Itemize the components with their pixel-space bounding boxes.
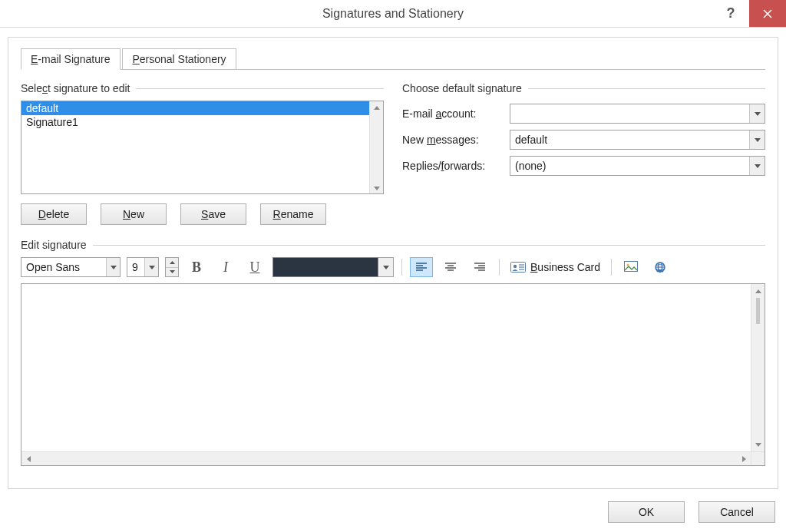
new-messages-label: New messages: (402, 134, 504, 146)
svg-marker-38 (742, 456, 746, 462)
chevron-down-icon[interactable] (749, 157, 765, 175)
italic-button[interactable]: I (214, 257, 237, 277)
spin-up-icon[interactable] (166, 258, 178, 268)
hyperlink-icon (652, 261, 668, 273)
delete-button[interactable]: Delete (21, 203, 87, 225)
font-size-value: 9 (127, 261, 144, 273)
titlebar: Signatures and Stationery ? (0, 0, 786, 28)
new-messages-value: default (510, 134, 749, 146)
window-title: Signatures and Stationery (0, 7, 786, 21)
editor-vscrollbar[interactable] (751, 284, 765, 451)
picture-icon (624, 261, 638, 273)
svg-marker-7 (111, 266, 117, 269)
svg-rect-29 (625, 262, 638, 272)
toolbar-separator (401, 259, 402, 276)
scroll-right-icon[interactable] (737, 452, 751, 465)
replies-forwards-value: (none) (510, 160, 749, 172)
svg-marker-4 (755, 112, 761, 116)
svg-marker-37 (27, 456, 31, 462)
svg-point-25 (514, 265, 517, 268)
rename-button[interactable]: Rename (260, 203, 326, 225)
align-center-icon (444, 262, 457, 273)
align-right-button[interactable] (468, 257, 491, 277)
align-right-icon (474, 262, 486, 273)
new-button[interactable]: New (101, 203, 167, 225)
font-size-dropdown[interactable]: 9 (127, 257, 159, 277)
font-color-swatch (272, 257, 378, 277)
font-name-value: Open Sans (21, 261, 106, 273)
tab-email-mn: E (31, 53, 38, 65)
chevron-down-icon[interactable] (749, 131, 765, 149)
toolbar-separator (499, 259, 500, 276)
underline-icon: U (250, 259, 260, 276)
tab-stationery-mn: P (132, 53, 139, 65)
tab-personal-stationery[interactable]: Personal Stationery (122, 48, 236, 70)
business-card-icon (510, 261, 526, 273)
scroll-corner (751, 451, 765, 465)
scroll-up-icon[interactable] (751, 284, 765, 298)
business-card-button[interactable]: Business Card (507, 257, 603, 277)
svg-marker-5 (755, 138, 761, 142)
tab-stationery-text: ersonal Stationery (140, 53, 226, 65)
scroll-thumb[interactable] (756, 298, 760, 324)
signature-editor[interactable] (21, 283, 765, 466)
svg-marker-3 (374, 187, 380, 190)
svg-marker-36 (755, 443, 761, 447)
scroll-up-icon[interactable] (374, 101, 380, 113)
scroll-track[interactable] (35, 452, 737, 465)
editor-content[interactable] (21, 284, 751, 451)
font-size-spinner[interactable] (165, 257, 179, 277)
close-icon (763, 9, 772, 18)
svg-marker-8 (149, 266, 155, 269)
svg-marker-10 (170, 270, 175, 273)
svg-marker-11 (383, 266, 389, 269)
dialog-body: E-mail Signature Personal Stationery Sel… (8, 37, 778, 489)
scroll-track[interactable] (751, 298, 765, 438)
svg-marker-6 (755, 164, 761, 168)
list-item[interactable]: Signature1 (21, 115, 369, 129)
font-name-dropdown[interactable]: Open Sans (21, 257, 121, 277)
help-button[interactable]: ? (712, 0, 749, 27)
formatting-toolbar: Open Sans 9 B I U (21, 257, 765, 277)
tab-email-signature[interactable]: E-mail Signature (21, 48, 121, 70)
cancel-button[interactable]: Cancel (698, 501, 775, 523)
insert-picture-button[interactable] (619, 257, 642, 277)
email-account-label: E-mail account: (402, 107, 504, 120)
signature-listbox[interactable]: default Signature1 (21, 101, 384, 194)
align-left-button[interactable] (410, 257, 433, 277)
email-account-dropdown[interactable] (510, 104, 765, 124)
chevron-down-icon[interactable] (144, 258, 158, 276)
font-color-dropdown[interactable] (272, 257, 394, 277)
chevron-down-icon[interactable] (106, 258, 120, 276)
list-item[interactable]: default (21, 101, 369, 115)
replies-forwards-dropdown[interactable]: (none) (510, 156, 765, 176)
bold-icon: B (192, 259, 201, 276)
bold-button[interactable]: B (185, 257, 208, 277)
insert-hyperlink-button[interactable] (649, 257, 672, 277)
new-messages-dropdown[interactable]: default (510, 130, 765, 150)
ok-button[interactable]: OK (608, 501, 685, 523)
close-button[interactable] (749, 0, 786, 27)
svg-point-30 (626, 263, 629, 266)
scroll-down-icon[interactable] (751, 438, 765, 451)
tab-email-text: -mail Signature (38, 53, 110, 65)
svg-marker-2 (374, 106, 380, 110)
tab-strip: E-mail Signature Personal Stationery (21, 48, 765, 70)
align-left-icon (415, 262, 428, 273)
svg-marker-35 (755, 289, 761, 293)
chevron-down-icon[interactable] (749, 104, 765, 123)
underline-button[interactable]: U (243, 257, 266, 277)
chevron-down-icon[interactable] (378, 257, 394, 277)
align-center-button[interactable] (439, 257, 462, 277)
scroll-left-icon[interactable] (21, 452, 35, 465)
save-button[interactable]: Save (180, 203, 246, 225)
italic-icon: I (223, 259, 228, 276)
replies-forwards-label: Replies/forwards: (402, 160, 504, 172)
edit-signature-heading: Edit signature (21, 237, 765, 253)
listbox-scrollbar[interactable] (369, 101, 383, 193)
scroll-down-icon[interactable] (374, 182, 380, 193)
svg-marker-9 (170, 261, 175, 264)
editor-hscrollbar[interactable] (21, 451, 751, 465)
spin-down-icon[interactable] (166, 268, 178, 277)
dialog-footer: OK Cancel (608, 501, 775, 523)
